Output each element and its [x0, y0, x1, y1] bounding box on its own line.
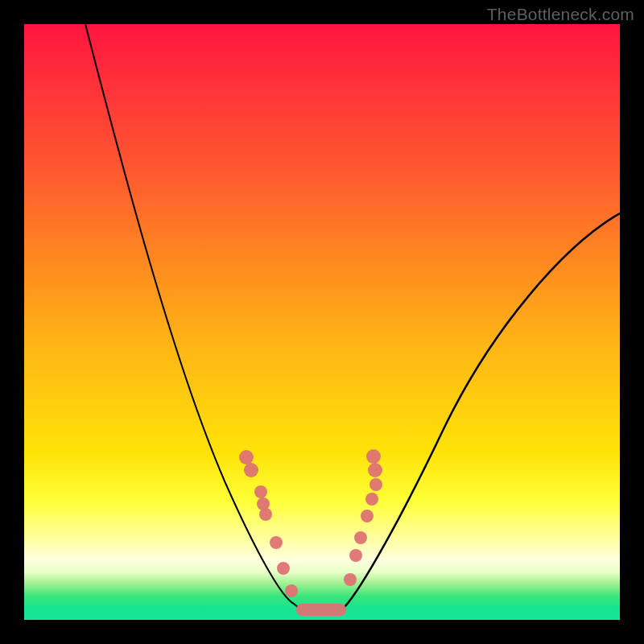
- marker-left-6: [277, 562, 290, 575]
- marker-right-5: [354, 531, 367, 544]
- marker-right-6: [349, 549, 362, 562]
- marker-right-1: [368, 463, 382, 477]
- marker-right-7: [344, 573, 357, 586]
- marker-right-3: [365, 493, 378, 506]
- trough-marker: [296, 604, 346, 616]
- marker-left-5: [270, 536, 283, 549]
- chart-svg: [24, 24, 620, 620]
- marker-left-0: [239, 450, 254, 464]
- marker-left-4: [259, 508, 272, 521]
- marker-left-1: [244, 463, 258, 477]
- marker-right-4: [361, 510, 374, 522]
- marker-right-0: [366, 449, 381, 464]
- curve-right-branch: [345, 213, 620, 607]
- plot-area: [24, 24, 620, 620]
- marker-left-7: [285, 584, 298, 597]
- chart-canvas: TheBottleneck.com: [0, 0, 644, 644]
- marker-right-2: [369, 478, 382, 491]
- watermark-text: TheBottleneck.com: [487, 5, 634, 24]
- marker-left-2: [254, 485, 267, 498]
